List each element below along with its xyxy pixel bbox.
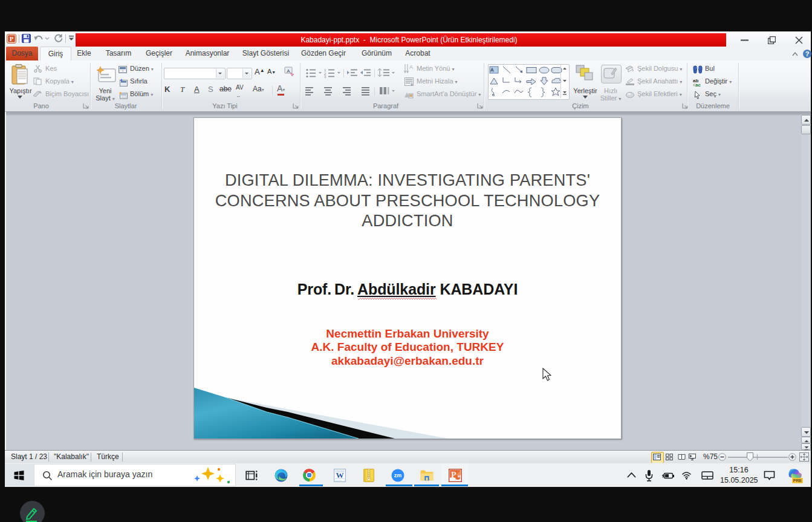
svg-text:W: W [336,471,343,480]
svg-text:3: 3 [324,75,326,79]
svg-text:P: P [10,36,14,42]
svg-text:A: A [409,64,413,70]
svg-text:zm: zm [394,472,401,478]
svg-text:A: A [287,68,290,74]
svg-text:ac: ac [695,82,701,87]
svg-text:PRE: PRE [793,478,802,483]
svg-text:A: A [491,68,494,72]
